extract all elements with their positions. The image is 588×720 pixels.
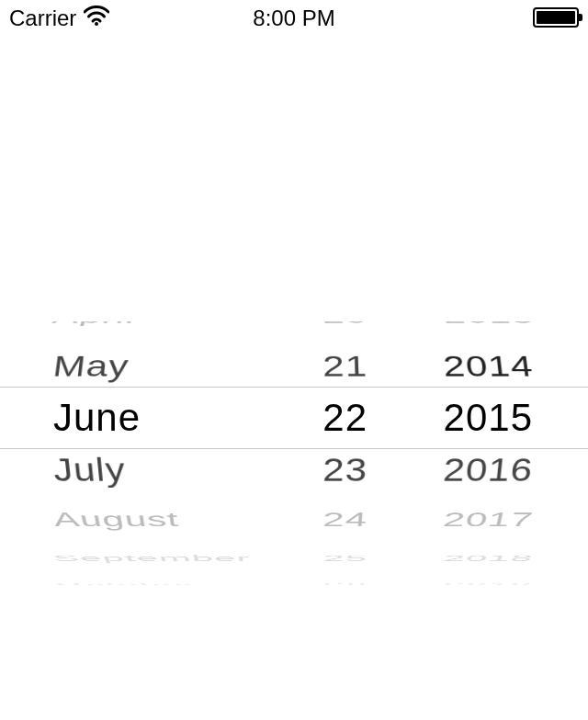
year-option[interactable]: 2013	[393, 321, 537, 331]
date-picker: January February March April May June Ju…	[0, 321, 588, 720]
month-option[interactable]: April	[41, 321, 285, 331]
year-option[interactable]: 2019	[394, 582, 535, 586]
month-option[interactable]: August	[41, 503, 285, 535]
year-option[interactable]: 2014	[394, 343, 537, 390]
day-selected[interactable]: 22	[285, 387, 368, 449]
day-option[interactable]: 24	[285, 503, 369, 535]
battery-icon	[533, 7, 579, 28]
month-option[interactable]: October	[43, 582, 285, 586]
day-option[interactable]: 26	[285, 582, 368, 586]
month-wheel[interactable]: January February March April May June Ju…	[46, 321, 285, 720]
month-selected[interactable]: June	[46, 387, 285, 449]
month-option[interactable]: July	[42, 444, 285, 496]
day-wheel[interactable]: 17 18 19 20 21 22 23 24 25 26 27	[285, 321, 368, 720]
status-bar-right	[533, 7, 579, 33]
year-wheel[interactable]: 2010 2011 2012 2013 2014 2015 2016 2017 …	[395, 321, 533, 720]
battery-fill	[537, 11, 575, 24]
year-option[interactable]: 2016	[394, 444, 537, 496]
status-bar-time: 8:00 PM	[0, 6, 588, 31]
status-bar: Carrier 8:00 PM	[0, 0, 588, 37]
year-option[interactable]: 2018	[393, 552, 537, 566]
month-option[interactable]: September	[42, 552, 285, 566]
day-option[interactable]: 23	[285, 444, 368, 496]
day-option[interactable]: 20	[285, 321, 369, 331]
year-selected[interactable]: 2015	[395, 387, 533, 449]
month-option[interactable]: May	[42, 343, 285, 390]
day-option[interactable]: 21	[285, 343, 368, 390]
year-option[interactable]: 2017	[393, 503, 537, 535]
day-option[interactable]: 25	[285, 552, 368, 566]
